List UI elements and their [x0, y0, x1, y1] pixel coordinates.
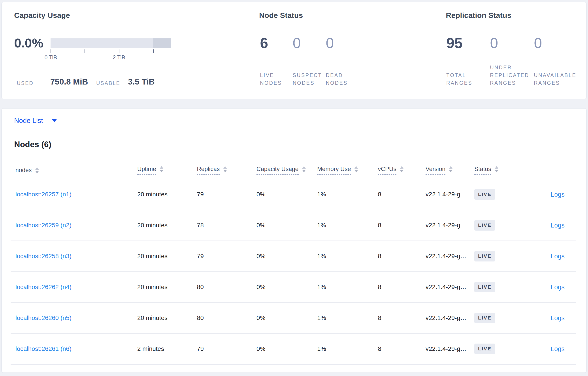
- table-row: localhost:26257 (n1) 20 minutes 79 0% 1%…: [10, 179, 576, 210]
- uptime-cell: 20 minutes: [137, 283, 197, 291]
- capacity-gauge-bar: 0 TiB 2 TiB: [51, 38, 171, 48]
- capacity-cell: 0%: [256, 345, 317, 352]
- logs-link[interactable]: Logs: [551, 222, 565, 229]
- replicas-cell: 79: [197, 253, 256, 260]
- sort-icon[interactable]: [400, 166, 403, 172]
- status-badge: LIVE: [474, 282, 495, 292]
- logs-link[interactable]: Logs: [551, 345, 565, 352]
- capacity-gauge-dark-segment: [153, 38, 171, 48]
- sort-icon[interactable]: [160, 166, 163, 172]
- nodes-heading: Nodes (6): [14, 140, 52, 149]
- sort-icon[interactable]: [355, 166, 358, 172]
- gauge-tick-label-2: 2 TiB: [113, 54, 125, 61]
- node-link[interactable]: localhost:26262 (n4): [15, 283, 72, 290]
- sort-icon[interactable]: [302, 166, 306, 172]
- uptime-cell: 2 minutes: [137, 345, 197, 352]
- under-replicated-ranges-label: UNDER-REPLICATED RANGES: [490, 64, 537, 87]
- column-header-replicas[interactable]: Replicas: [197, 166, 256, 175]
- sort-icon[interactable]: [223, 166, 227, 172]
- capacity-usage-section: Capacity Usage 0.0% 0 TiB 2 TiB USED 750…: [14, 2, 235, 99]
- vcpus-cell: 8: [378, 253, 426, 260]
- table-row: localhost:26260 (n5) 20 minutes 80 0% 1%…: [10, 303, 576, 334]
- version-cell: v22.1.4-29-g…: [426, 191, 474, 198]
- chevron-down-icon: [52, 119, 57, 122]
- under-replicated-ranges-count: 0: [490, 35, 498, 51]
- vcpus-cell: 8: [378, 314, 426, 322]
- used-label: USED: [17, 80, 33, 86]
- replicas-cell: 78: [197, 222, 256, 229]
- gauge-tick-label-0: 0 TiB: [45, 54, 57, 61]
- node-list-card: Node List Nodes (6) nodes Uptime Replica…: [1, 108, 587, 373]
- status-badge: LIVE: [474, 220, 495, 230]
- capacity-usage-values-row: USED 750.8 MiB USABLE 3.5 TiB: [14, 77, 235, 88]
- capacity-usage-title: Capacity Usage: [14, 11, 70, 20]
- table-row: localhost:26258 (n3) 20 minutes 79 0% 1%…: [10, 241, 576, 272]
- logs-link[interactable]: Logs: [551, 314, 565, 322]
- suspect-nodes-label: SUSPECT NODES: [293, 72, 326, 87]
- replicas-cell: 80: [197, 314, 256, 322]
- gauge-tick: [119, 49, 119, 53]
- capacity-cell: 0%: [256, 191, 317, 198]
- vcpus-cell: 8: [378, 191, 426, 198]
- capacity-cell: 0%: [256, 253, 317, 260]
- version-cell: v22.1.4-29-g…: [426, 253, 474, 260]
- node-link[interactable]: localhost:26260 (n5): [15, 314, 72, 321]
- table-row: localhost:26261 (n6) 2 minutes 79 0% 1% …: [10, 334, 576, 365]
- column-header-version[interactable]: Version: [426, 166, 474, 175]
- nodes-table-header: nodes Uptime Replicas Capacity Usage Mem…: [10, 162, 576, 179]
- column-header-vcpus[interactable]: vCPUs: [378, 166, 426, 175]
- column-header-uptime[interactable]: Uptime: [137, 166, 197, 175]
- column-header-capacity-usage[interactable]: Capacity Usage: [256, 166, 317, 175]
- logs-link[interactable]: Logs: [551, 253, 565, 260]
- status-badge: LIVE: [474, 251, 495, 261]
- memory-cell: 1%: [317, 314, 378, 322]
- usable-label: USABLE: [96, 80, 120, 86]
- sort-icon[interactable]: [449, 166, 452, 172]
- version-cell: v22.1.4-29-g…: [426, 222, 474, 229]
- table-row: localhost:26262 (n4) 20 minutes 80 0% 1%…: [10, 272, 576, 303]
- vcpus-cell: 8: [378, 222, 426, 229]
- replication-status-title: Replication Status: [446, 11, 511, 20]
- gauge-tick: [84, 49, 85, 53]
- vcpus-cell: 8: [378, 345, 426, 352]
- dead-nodes-label: DEAD NODES: [326, 72, 359, 87]
- dead-nodes-count: 0: [326, 35, 334, 51]
- capacity-percent-value: 0.0%: [14, 36, 43, 50]
- usable-value: 3.5 TiB: [128, 77, 155, 86]
- cluster-summary-card: Capacity Usage 0.0% 0 TiB 2 TiB USED 750…: [1, 2, 587, 99]
- unavailable-ranges-count: 0: [534, 35, 542, 51]
- node-link[interactable]: localhost:26259 (n2): [15, 222, 72, 229]
- nodes-table: nodes Uptime Replicas Capacity Usage Mem…: [10, 162, 576, 365]
- suspect-nodes-count: 0: [293, 35, 301, 51]
- node-list-dropdown[interactable]: Node List: [2, 109, 586, 133]
- node-link[interactable]: localhost:26261 (n6): [15, 345, 72, 352]
- sort-icon[interactable]: [35, 167, 39, 173]
- uptime-cell: 20 minutes: [137, 253, 197, 260]
- version-cell: v22.1.4-29-g…: [426, 345, 474, 352]
- replicas-cell: 79: [197, 345, 256, 352]
- total-ranges-count: 95: [446, 35, 462, 51]
- column-header-status[interactable]: Status: [474, 166, 523, 175]
- replicas-cell: 80: [197, 283, 256, 291]
- live-nodes-count: 6: [260, 35, 268, 51]
- memory-cell: 1%: [317, 191, 378, 198]
- column-header-nodes[interactable]: nodes: [15, 167, 137, 174]
- vcpus-cell: 8: [378, 283, 426, 291]
- status-badge: LIVE: [474, 344, 495, 354]
- column-header-memory-use[interactable]: Memory Use: [317, 166, 378, 175]
- status-badge: LIVE: [474, 189, 495, 200]
- node-list-dropdown-label[interactable]: Node List: [14, 117, 43, 125]
- replicas-cell: 79: [197, 191, 256, 198]
- gauge-tick: [51, 49, 51, 53]
- uptime-cell: 20 minutes: [137, 222, 197, 229]
- node-link[interactable]: localhost:26257 (n1): [15, 191, 72, 198]
- node-status-section: Node Status 6 0 0 LIVE NODES SUSPECT NOD…: [259, 2, 414, 99]
- node-status-title: Node Status: [259, 11, 303, 20]
- node-link[interactable]: localhost:26258 (n3): [15, 253, 72, 260]
- gauge-tick: [153, 49, 154, 53]
- sort-icon[interactable]: [495, 166, 498, 172]
- logs-link[interactable]: Logs: [551, 283, 565, 291]
- uptime-cell: 20 minutes: [137, 314, 197, 322]
- logs-link[interactable]: Logs: [551, 191, 565, 198]
- capacity-cell: 0%: [256, 222, 317, 229]
